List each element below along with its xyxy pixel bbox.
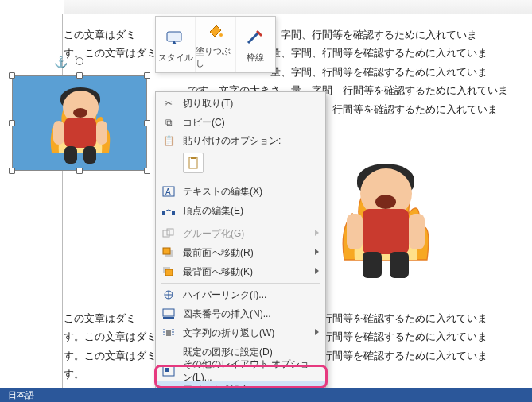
svg-rect-13 (165, 269, 173, 276)
cut-icon: ✂ (161, 96, 177, 110)
svg-rect-17 (166, 330, 171, 336)
mouth (73, 108, 87, 118)
leg (64, 146, 77, 164)
mini-toolbar: スタイル 塗りつぶし 枠線 (155, 16, 276, 73)
svg-rect-15 (163, 309, 174, 316)
style-icon (165, 26, 187, 48)
rotate-handle[interactable] (76, 57, 83, 65)
menu-label: 最背面へ移動(K) (183, 265, 253, 279)
send-back-icon (161, 265, 177, 279)
svg-rect-8 (163, 230, 169, 237)
svg-rect-3 (191, 157, 196, 159)
selected-image[interactable] (12, 75, 147, 171)
menu-send-to-back[interactable]: 最背面へ移動(K) (156, 262, 325, 281)
menu-text-wrap[interactable]: 文字列の折り返し(W) (156, 323, 325, 342)
paste-option-picture[interactable] (183, 153, 204, 173)
copy-icon: ⧉ (161, 115, 177, 129)
menu-label: 切り取り(T) (183, 97, 233, 110)
text-line: この文章はダミ 量、字間、行間等を確認するために入れていま (64, 25, 532, 44)
text-line: す。この文章はダミ 量、字間、行間等を確認するために入れていま (64, 44, 532, 62)
leg (390, 252, 408, 278)
paste-icon: 📋 (161, 133, 177, 148)
menu-separator (161, 283, 320, 284)
submenu-arrow-icon (315, 268, 319, 274)
svg-rect-11 (163, 248, 170, 254)
menu-copy[interactable]: ⧉ コピー(C) (156, 113, 325, 132)
page-margin (62, 14, 63, 402)
image-character-1 (45, 84, 116, 164)
edit-points-icon (161, 203, 177, 218)
edit-text-icon: A (161, 184, 177, 199)
menu-hyperlink[interactable]: ハイパーリンク(I)... (156, 285, 325, 304)
body (363, 209, 408, 254)
svg-rect-2 (189, 157, 197, 168)
menu-label: 文字列の折り返し(W) (183, 327, 274, 340)
menu-more-layout-options[interactable]: その他のレイアウト オプション(L)... (156, 361, 325, 381)
arm (409, 214, 425, 249)
menu-paste-options-header: 📋 貼り付けのオプション: (156, 132, 325, 149)
svg-rect-7 (172, 211, 175, 215)
svg-text:A: A (165, 187, 171, 196)
bring-front-icon (161, 245, 177, 260)
submenu-arrow-icon (315, 329, 319, 335)
svg-rect-9 (167, 229, 173, 235)
image-character-2[interactable] (334, 159, 437, 278)
leg (363, 252, 381, 278)
caption-icon (161, 307, 177, 321)
menu-edit-text[interactable]: A テキストの編集(X) (156, 182, 325, 201)
toolbar-label: 塗りつぶし (196, 45, 235, 69)
paste-options-row (156, 149, 325, 178)
menu-insert-caption[interactable]: 図表番号の挿入(N)... (156, 304, 325, 323)
status-bar: 日本語 (0, 388, 532, 402)
resize-handle[interactable] (144, 72, 150, 79)
resize-handle[interactable] (76, 168, 83, 174)
group-icon (161, 226, 177, 241)
menu-label: 図表番号の挿入(N)... (183, 307, 271, 321)
body (64, 118, 96, 148)
hyperlink-icon (161, 288, 177, 302)
resize-handle[interactable] (76, 72, 83, 79)
status-language: 日本語 (8, 389, 34, 401)
svg-rect-6 (162, 211, 165, 215)
anchor-icon: ⚓ (54, 56, 68, 68)
menu-edit-points[interactable]: 頂点の編集(E) (156, 201, 325, 220)
outline-icon (244, 26, 266, 48)
svg-rect-19 (165, 368, 169, 372)
resize-handle[interactable] (144, 120, 150, 126)
menu-label: ハイパーリンク(I)... (183, 288, 266, 302)
submenu-arrow-icon (315, 230, 319, 236)
menu-group: グループ化(G) (156, 224, 325, 243)
fill-icon (204, 20, 227, 42)
arm (53, 121, 64, 145)
svg-rect-0 (167, 32, 181, 41)
blank-icon (161, 345, 177, 359)
submenu-arrow-icon (315, 249, 319, 255)
menu-separator (161, 222, 320, 222)
menu-label: 頂点の編集(E) (183, 204, 243, 218)
toolbar-style-button[interactable]: スタイル (156, 17, 196, 72)
toolbar-label: 枠線 (247, 52, 264, 64)
layout-icon (161, 364, 177, 378)
menu-label: コピー(C) (183, 116, 225, 129)
context-menu: ✂ 切り取り(T) ⧉ コピー(C) 📋 貼り付けのオプション: A テキストの… (155, 91, 326, 402)
toolbar-fill-button[interactable]: 塗りつぶし (196, 17, 235, 72)
toolbar-label: スタイル (158, 52, 193, 64)
svg-point-1 (219, 33, 223, 37)
toolbar-outline-button[interactable]: 枠線 (236, 17, 275, 72)
menu-label: グループ化(G) (183, 227, 244, 241)
resize-handle[interactable] (9, 120, 15, 126)
menu-label: テキストの編集(X) (183, 185, 262, 199)
arm (347, 214, 363, 249)
resize-handle[interactable] (9, 72, 15, 79)
menu-separator (161, 180, 320, 180)
leg (83, 146, 96, 164)
menu-bring-to-front[interactable]: 最前面へ移動(R) (156, 243, 325, 262)
resize-handle[interactable] (144, 168, 150, 174)
svg-rect-16 (163, 317, 174, 319)
arm (96, 121, 107, 145)
resize-handle[interactable] (9, 168, 15, 174)
wrap-text-icon (161, 326, 177, 340)
menu-label: 最前面へ移動(R) (183, 246, 254, 260)
mouth (375, 195, 396, 209)
menu-cut[interactable]: ✂ 切り取り(T) (156, 94, 325, 113)
